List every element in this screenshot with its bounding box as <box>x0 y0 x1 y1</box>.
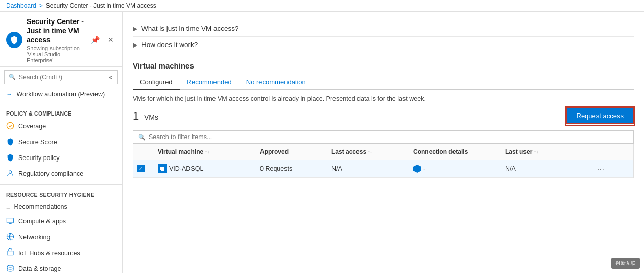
security-policy-icon <box>6 153 14 163</box>
th-last-user-label: Last user <box>505 148 532 155</box>
sidebar-logo-icon <box>6 32 22 48</box>
th-actions <box>593 148 613 155</box>
faq-label-2: How does it work? <box>141 41 198 49</box>
breadcrumb-separator: > <box>39 2 43 9</box>
th-connection-details-label: Connection details <box>413 148 468 155</box>
sidebar-item-label: Data & storage <box>18 265 61 272</box>
sidebar-item-regulatory[interactable]: Regulatory compliance <box>0 166 122 182</box>
th-approved: Approved <box>256 148 327 155</box>
td-connection-details: - <box>409 165 501 173</box>
td-last-user: N/A <box>501 165 593 172</box>
row-checkbox[interactable]: ✓ <box>137 165 145 172</box>
filter-search-container: 🔍 <box>133 130 634 144</box>
tab-recommended[interactable]: Recommended <box>180 75 239 90</box>
vm-count-number: 1 <box>133 109 139 122</box>
th-last-access: Last access ↑↓ <box>327 148 409 155</box>
vm-name-text: VID-ADSQL <box>169 165 203 172</box>
secure-score-icon <box>6 138 14 147</box>
svg-rect-7 <box>160 167 164 170</box>
td-row-actions: ··· <box>593 165 613 173</box>
faq-label-1: What is just in time VM access? <box>141 25 239 32</box>
hygiene-section-label: RESOURCE SECURITY HYGIENE <box>0 187 122 200</box>
last-access-value: N/A <box>331 165 342 172</box>
search-icon: 🔍 <box>9 74 16 80</box>
vm-section-title: Virtual machines <box>133 61 634 70</box>
th-vm: Virtual machine ↑↓ <box>154 148 256 155</box>
vm-section: Virtual machines Configured Recommended … <box>133 61 634 178</box>
vm-tabs: Configured Recommended No recommendation <box>133 75 634 90</box>
sidebar-item-label: Compute & apps <box>18 218 66 225</box>
approved-value: 0 Requests <box>260 165 292 172</box>
sidebar-item-label: Regulatory compliance <box>18 170 83 177</box>
faq-section: ▶ What is just in time VM access? ▶ How … <box>133 20 634 53</box>
th-approved-label: Approved <box>260 148 289 155</box>
sidebar-item-label: Recommendations <box>14 203 67 210</box>
last-user-value: N/A <box>505 165 516 172</box>
networking-icon <box>6 233 14 242</box>
chevron-icon-1: ▶ <box>133 25 137 32</box>
sidebar-title-area: Security Center - Just in time VM access… <box>27 17 85 63</box>
coverage-icon <box>6 122 14 131</box>
th-last-access-sort-icon[interactable]: ↑↓ <box>368 149 372 154</box>
sidebar-title: Security Center - Just in time VM access <box>27 17 85 45</box>
sidebar-item-iot-hubs[interactable]: IoT Hubs & resources <box>0 245 122 261</box>
search-container: 🔍 « <box>4 70 118 84</box>
tab-configured[interactable]: Configured <box>133 75 180 90</box>
sidebar-item-label: Coverage <box>18 123 46 130</box>
connection-shield-icon <box>413 165 421 173</box>
sidebar: Security Center - Just in time VM access… <box>0 12 123 273</box>
faq-item-2[interactable]: ▶ How does it work? <box>133 37 634 53</box>
regulatory-icon <box>6 169 14 179</box>
sidebar-subtitle: Showing subscription 'Visual Studio Ente… <box>27 45 85 63</box>
svg-rect-4 <box>7 251 13 255</box>
iot-hubs-icon <box>6 248 14 258</box>
breadcrumb-bar: Dashboard > Security Center - Just in ti… <box>0 0 644 12</box>
close-button[interactable]: ✕ <box>106 35 116 45</box>
sidebar-item-recommendations[interactable]: ≡ Recommendations <box>0 200 122 214</box>
sidebar-item-coverage[interactable]: Coverage <box>0 119 122 134</box>
filter-search-input[interactable] <box>149 133 628 141</box>
breadcrumb-current: Security Center - Just in time VM access <box>46 2 156 9</box>
sidebar-item-data-storage[interactable]: Data & storage <box>0 261 122 273</box>
svg-point-1 <box>9 170 11 173</box>
pin-button[interactable]: 📌 <box>89 35 102 45</box>
tab-no-recommendation[interactable]: No recommendation <box>239 75 313 90</box>
sidebar-item-label: Security policy <box>18 154 60 162</box>
chevron-icon-2: ▶ <box>133 41 137 49</box>
td-last-access: N/A <box>327 165 409 172</box>
sidebar-item-security-policy[interactable]: Security policy <box>0 150 122 166</box>
policy-section-label: POLICY & COMPLIANCE <box>0 105 122 119</box>
sidebar-item-networking[interactable]: Networking <box>0 230 122 245</box>
vm-count-row: 1 VMs Request access <box>133 107 634 124</box>
th-last-user-sort-icon[interactable]: ↑↓ <box>534 149 538 154</box>
workflow-icon: → <box>6 90 13 98</box>
th-vm-label: Virtual machine <box>158 148 203 155</box>
vm-description: VMs for which the just in time VM access… <box>133 95 634 102</box>
svg-rect-2 <box>7 218 13 222</box>
th-vm-sort-icon[interactable]: ↑↓ <box>205 149 209 154</box>
th-last-access-label: Last access <box>331 148 366 155</box>
table-row: ✓ VID-ADSQL 0 Requests N/A <box>133 160 633 178</box>
compute-icon <box>6 217 14 226</box>
row-more-button[interactable]: ··· <box>597 165 605 173</box>
filter-search-icon: 🔍 <box>138 134 146 141</box>
request-access-button[interactable]: Request access <box>566 107 634 124</box>
sidebar-item-secure-score[interactable]: Secure Score <box>0 134 122 150</box>
sidebar-item-compute[interactable]: Compute & apps <box>0 214 122 230</box>
search-input[interactable] <box>19 74 105 81</box>
td-checkbox: ✓ <box>133 165 154 172</box>
svg-point-0 <box>7 122 13 129</box>
svg-point-5 <box>7 265 13 267</box>
breadcrumb-home[interactable]: Dashboard <box>6 2 36 9</box>
vm-count-display: 1 VMs <box>133 109 158 123</box>
connection-details-value: - <box>423 165 425 172</box>
sidebar-item-label: Secure Score <box>18 139 57 146</box>
collapse-button[interactable]: « <box>108 73 113 82</box>
sidebar-item-label: IoT Hubs & resources <box>18 249 80 257</box>
table-header: Virtual machine ↑↓ Approved Last access … <box>133 144 633 160</box>
main-content: ▶ What is just in time VM access? ▶ How … <box>123 12 644 273</box>
td-vm-name: VID-ADSQL <box>154 164 256 173</box>
sidebar-item-label: Workflow automation (Preview) <box>17 90 105 98</box>
sidebar-item-workflow[interactable]: → Workflow automation (Preview) <box>0 87 122 101</box>
faq-item-1[interactable]: ▶ What is just in time VM access? <box>133 20 634 37</box>
